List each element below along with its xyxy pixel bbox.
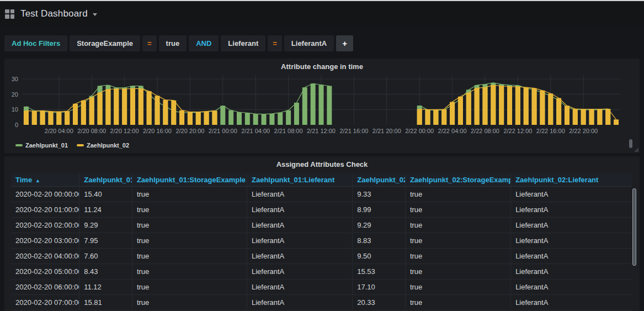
table-body: 2020-02-20 00:00:0015.40trueLieferantA9.… [11, 186, 632, 310]
table-cell: LieferantA [247, 248, 353, 263]
table-cell: LieferantA [511, 217, 632, 233]
dashboard-grid-icon[interactable] [5, 9, 14, 19]
filter-segment-value[interactable]: LieferantA [284, 35, 334, 51]
svg-text:2/21 20:00: 2/21 20:00 [372, 128, 401, 134]
table-row: 2020-02-20 02:00:009.29trueLieferantA9.2… [11, 217, 632, 233]
table-scrollbar-thumb[interactable] [632, 188, 636, 266]
table-cell: true [405, 202, 510, 217]
table-cell: LieferantA [511, 294, 632, 310]
navbar: Test Dashboard [0, 1, 644, 27]
table-cell: 9.50 [353, 248, 406, 263]
table-cell: 8.99 [353, 202, 406, 217]
legend-item-Zaehlpunkt_01[interactable]: Zaehlpunkt_01 [15, 142, 68, 149]
table-cell: true [132, 233, 247, 248]
table-cell: true [405, 263, 510, 279]
panel-resize-handle[interactable] [634, 147, 638, 152]
svg-text:2/21 08:00: 2/21 08:00 [274, 128, 303, 134]
column-header-zaehlpunkt-01[interactable]: Zaehlpunkt_01 [79, 173, 132, 186]
table-cell: 11.24 [79, 202, 132, 217]
svg-text:2/21 12:00: 2/21 12:00 [307, 128, 336, 134]
table-cell: true [132, 294, 247, 310]
grid-square [10, 14, 15, 19]
table-cell: 11.12 [79, 279, 132, 294]
table-row: 2020-02-20 04:00:007.60trueLieferantA9.5… [11, 248, 632, 263]
table-cell: true [405, 294, 510, 310]
table-row: 2020-02-20 01:00:0011.24trueLieferantA8.… [11, 202, 632, 217]
table-row: 2020-02-20 00:00:0015.40trueLieferantA9.… [11, 186, 632, 202]
filter-segment-add-button[interactable]: + [336, 35, 353, 51]
svg-text:2/20 04:00: 2/20 04:00 [45, 128, 73, 134]
column-header-time[interactable]: Time▲ [11, 173, 79, 186]
svg-text:2/21 00:00: 2/21 00:00 [209, 128, 237, 134]
svg-text:2/22 20:00: 2/22 20:00 [569, 128, 598, 134]
table-cell: 2020-02-20 06:00:00 [11, 279, 79, 294]
table-panel-title[interactable]: Assigned Attributes Check [4, 156, 640, 170]
table-cell: true [405, 217, 510, 233]
filter-segment-key[interactable]: StorageExample [70, 35, 140, 51]
table-cell: 2020-02-20 04:00:00 [11, 248, 79, 263]
chart-legend: Zaehlpunkt_01Zaehlpunkt_02 [4, 142, 640, 149]
table-cell: 17.10 [353, 279, 406, 294]
table-cell: true [132, 263, 247, 279]
column-header-zaehlpunkt-01-storageexample[interactable]: Zaehlpunkt_01:StorageExample [132, 173, 247, 186]
table-cell: 8.43 [79, 263, 132, 279]
filter-segment-condition[interactable]: AND [189, 35, 219, 51]
svg-text:2/21 04:00: 2/21 04:00 [241, 128, 270, 134]
adhoc-filters-label: Ad Hoc Filters [4, 35, 67, 51]
filter-segment-value[interactable]: true [159, 35, 187, 51]
table-wrap: Time▲Zaehlpunkt_01Zaehlpunkt_01:StorageE… [11, 173, 633, 310]
column-header-zaehlpunkt-01-lieferant[interactable]: Zaehlpunkt_01:Lieferant [247, 173, 353, 186]
page-title: Test Dashboard [20, 8, 88, 19]
table-cell: 7.60 [79, 248, 132, 263]
grid-square [5, 14, 9, 19]
table-cell: 9.29 [353, 217, 406, 233]
table-cell: LieferantA [511, 233, 632, 248]
table-cell: true [405, 186, 510, 202]
svg-text:2/20 08:00: 2/20 08:00 [77, 128, 106, 134]
table-cell: true [405, 233, 510, 248]
column-header-zaehlpunkt-02-storageexample[interactable]: Zaehlpunkt_02:StorageExample [405, 173, 510, 186]
filter-segment-key[interactable]: Lieferant [221, 35, 265, 51]
chevron-down-icon [93, 13, 97, 16]
table-cell: LieferantA [247, 279, 353, 294]
svg-text:30: 30 [12, 76, 18, 82]
attributes-table: Time▲Zaehlpunkt_01Zaehlpunkt_01:StorageE… [11, 173, 632, 310]
table-cell: true [132, 279, 247, 294]
dashboard-title-dropdown[interactable]: Test Dashboard [20, 8, 97, 19]
column-header-zaehlpunkt-02[interactable]: Zaehlpunkt_02 [353, 173, 406, 186]
time-series-chart: 01020302/20 04:002/20 08:002/20 12:002/2… [9, 72, 635, 141]
table-cell: true [132, 248, 247, 263]
table-row: 2020-02-20 03:00:007.95trueLieferantA8.8… [11, 233, 632, 248]
legend-item-Zaehlpunkt_02[interactable]: Zaehlpunkt_02 [77, 142, 129, 149]
svg-text:20: 20 [12, 91, 18, 98]
svg-text:2/20 20:00: 2/20 20:00 [175, 128, 204, 134]
legend-color-dash [77, 144, 84, 146]
table-cell: 2020-02-20 00:00:00 [11, 186, 79, 202]
table-header: Time▲Zaehlpunkt_01Zaehlpunkt_01:StorageE… [11, 173, 632, 186]
table-cell: LieferantA [511, 186, 632, 202]
filter-segment-operator[interactable]: = [268, 35, 282, 51]
svg-text:2/22 16:00: 2/22 16:00 [536, 128, 565, 134]
chart-panel-title[interactable]: Attribute change in time [4, 59, 640, 72]
table-cell: true [405, 248, 510, 263]
grid-square [5, 9, 9, 14]
table-cell: 8.83 [353, 233, 406, 248]
table-cell: true [132, 217, 247, 233]
table-cell: 15.40 [79, 186, 132, 202]
legend-label: Zaehlpunkt_01 [25, 142, 68, 149]
table-cell: true [132, 202, 247, 217]
svg-text:0: 0 [15, 122, 18, 128]
table-cell: 15.81 [79, 294, 132, 310]
filter-segment-operator[interactable]: = [142, 35, 157, 51]
chart-scrollbar-thumb[interactable] [629, 139, 632, 148]
table-cell: 2020-02-20 07:00:00 [11, 294, 79, 310]
column-header-zaehlpunkt-02-lieferant[interactable]: Zaehlpunkt_02:Lieferant [511, 173, 632, 186]
table-cell: true [132, 186, 247, 202]
table-cell: 15.53 [353, 263, 406, 279]
sort-asc-icon: ▲ [35, 178, 40, 183]
svg-text:2/22 08:00: 2/22 08:00 [471, 128, 499, 134]
table-cell: 20.33 [353, 294, 406, 310]
table-cell: 2020-02-20 02:00:00 [11, 217, 79, 233]
grid-square [10, 9, 15, 14]
table-row: 2020-02-20 07:00:0015.81trueLieferantA20… [11, 294, 632, 310]
